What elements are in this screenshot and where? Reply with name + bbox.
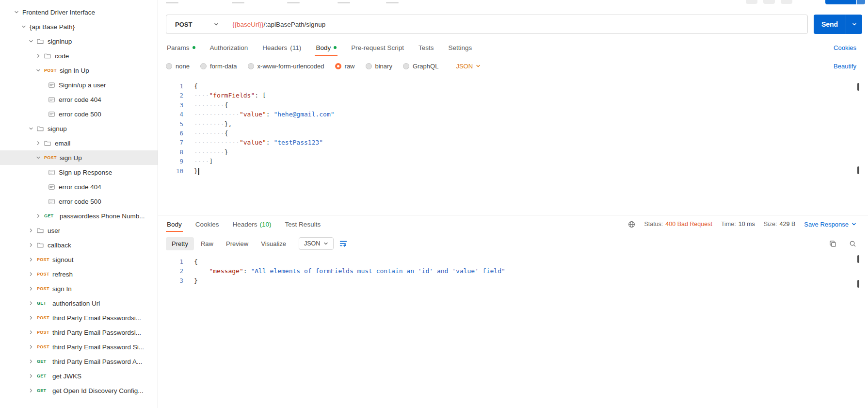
chevron-right-icon[interactable]	[27, 256, 35, 263]
sidebar-item-user[interactable]: user	[0, 223, 158, 238]
body-type-none[interactable]: none	[166, 63, 190, 70]
sidebar-item-error-code-404[interactable]: error code 404	[0, 180, 158, 194]
radio-icon[interactable]	[248, 63, 254, 69]
request-editor-scrollbar-thumb[interactable]	[857, 83, 859, 91]
chevron-down-icon[interactable]	[34, 66, 42, 74]
radio-icon[interactable]	[200, 63, 207, 69]
sidebar-item-third-party-email-password-a[interactable]: GETthird Party Email Password A...	[0, 354, 158, 369]
response-scrollbar-thumb[interactable]	[857, 255, 859, 263]
sidebar-item-error-code-500[interactable]: error code 500	[0, 107, 158, 121]
search-icon[interactable]	[849, 240, 856, 247]
sidebar-item-sign-in-up[interactable]: POSTsign In Up	[0, 63, 158, 78]
sidebar-item-get-open-id-discovery-config[interactable]: GETget Open Id Discovery Config...	[0, 383, 158, 398]
body-type-binary[interactable]: binary	[366, 63, 392, 70]
request-body-editor[interactable]: 1{2····"formFields": [3········{4·······…	[164, 77, 862, 215]
radio-icon[interactable]	[166, 63, 172, 69]
sidebar-item-signup[interactable]: signup	[0, 121, 158, 136]
chevron-right-icon[interactable]	[34, 139, 42, 147]
sidebar-item-api-base-path[interactable]: {api Base Path}	[0, 19, 158, 34]
clipped-toolbar-button[interactable]	[746, 0, 757, 4]
body-type-graphql[interactable]: GraphQL	[403, 63, 438, 70]
chevron-right-icon[interactable]	[27, 270, 35, 278]
chevron-right-icon[interactable]	[34, 212, 42, 220]
chevron-right-icon[interactable]	[27, 314, 35, 322]
sidebar-item-sign-up-response[interactable]: Sign up Response	[0, 165, 158, 180]
clipped-toolbar-button[interactable]	[763, 0, 775, 4]
sidebar-item-sign-up[interactable]: POSTsign Up	[0, 150, 158, 165]
wrap-lines-icon[interactable]	[339, 240, 347, 247]
sidebar-item-authorisation-url[interactable]: GETauthorisation Url	[0, 296, 158, 310]
sidebar-item-third-party-email-password-si[interactable]: POSTthird Party Email Password Si...	[0, 340, 158, 354]
send-options-button[interactable]	[846, 15, 862, 34]
method-badge: GET	[37, 301, 52, 306]
sidebar-item-error-code-404[interactable]: error code 404	[0, 92, 158, 107]
beautify-link[interactable]: Beautify	[834, 63, 856, 70]
body-type-form-data[interactable]: form-data	[200, 63, 237, 70]
sidebar-item-passwordless-phone-numb[interactable]: GETpasswordless Phone Numb...	[0, 209, 158, 223]
chevron-right-icon[interactable]	[27, 285, 35, 293]
response-language-select[interactable]: JSON	[299, 237, 334, 250]
request-tab-settings[interactable]: Settings	[447, 40, 473, 56]
method-select[interactable]: POST	[166, 21, 225, 28]
request-tab-tests[interactable]: Tests	[418, 40, 435, 56]
chevron-right-icon[interactable]	[27, 343, 35, 351]
radio-icon[interactable]	[403, 63, 409, 69]
radio-icon[interactable]	[366, 63, 372, 69]
sidebar-item-email[interactable]: email	[0, 136, 158, 150]
sidebar-item-get-jwks[interactable]: GETget JWKS	[0, 369, 158, 383]
copy-icon[interactable]	[829, 240, 836, 247]
request-editor-scroll-mark[interactable]	[857, 166, 859, 174]
sidebar-item-frontend-driver-interface[interactable]: Frontend Driver Interface	[0, 5, 158, 19]
response-view-visualize[interactable]: Visualize	[255, 237, 292, 250]
response-tab-headers[interactable]: Headers(10)	[232, 217, 273, 232]
response-scroll-mark[interactable]	[857, 280, 859, 288]
request-tab-pre-request-script[interactable]: Pre-request Script	[350, 40, 405, 56]
send-button[interactable]: Send	[814, 15, 846, 34]
cookies-link[interactable]: Cookies	[834, 44, 856, 51]
chevron-down-icon[interactable]	[34, 154, 42, 162]
response-tab-test-results[interactable]: Test Results	[284, 217, 322, 232]
clipped-primary-button-caret[interactable]	[857, 0, 865, 4]
sidebar-item-sign-in[interactable]: POSTsign In	[0, 281, 158, 296]
network-globe-icon[interactable]	[628, 221, 635, 228]
chevron-down-icon[interactable]	[27, 125, 35, 132]
response-body-viewer[interactable]: 1{2 "message": "All elements of formFiel…	[164, 254, 862, 408]
url-input[interactable]: {{baseUrl}}/:apiBasePath/signup	[225, 21, 325, 28]
clipped-toolbar-button[interactable]	[781, 0, 792, 4]
chevron-right-icon[interactable]	[27, 372, 35, 380]
chevron-right-icon[interactable]	[27, 227, 35, 234]
chevron-right-icon[interactable]	[27, 299, 35, 307]
sidebar-item-signin-up-a-user[interactable]: Signin/up a user	[0, 78, 158, 92]
sidebar-item-error-code-500[interactable]: error code 500	[0, 194, 158, 209]
request-tab-authorization[interactable]: Authorization	[209, 40, 249, 56]
chevron-down-icon[interactable]	[27, 37, 35, 45]
radio-icon[interactable]	[335, 63, 341, 69]
body-language-select[interactable]: JSON	[456, 63, 481, 70]
chevron-right-icon[interactable]	[34, 52, 42, 60]
sidebar-item-signinup[interactable]: signinup	[0, 34, 158, 49]
sidebar-item-callback[interactable]: callback	[0, 238, 158, 252]
sidebar-item-refresh[interactable]: POSTrefresh	[0, 267, 158, 281]
response-view-raw[interactable]: Raw	[195, 237, 219, 250]
request-tab-params[interactable]: Params	[166, 40, 196, 56]
chevron-down-icon[interactable]	[13, 8, 20, 16]
response-tab-cookies[interactable]: Cookies	[194, 217, 220, 232]
request-tab-body[interactable]: Body	[315, 40, 338, 56]
request-tab-headers[interactable]: Headers(11)	[261, 40, 302, 56]
body-type-raw[interactable]: raw	[335, 63, 355, 70]
sidebar-item-third-party-email-passwordsi[interactable]: POSTthird Party Email Passwordsi...	[0, 325, 158, 340]
sidebar-item-code[interactable]: code	[0, 49, 158, 63]
chevron-down-icon[interactable]	[20, 23, 28, 31]
clipped-primary-button[interactable]	[825, 0, 856, 4]
chevron-right-icon[interactable]	[27, 358, 35, 365]
response-view-pretty[interactable]: Pretty	[166, 237, 194, 250]
chevron-right-icon[interactable]	[27, 387, 35, 394]
response-tab-body[interactable]: Body	[166, 217, 183, 232]
chevron-right-icon[interactable]	[27, 241, 35, 249]
response-view-preview[interactable]: Preview	[220, 237, 254, 250]
body-type-x-www-form-urlencoded[interactable]: x-www-form-urlencoded	[248, 63, 324, 70]
sidebar-item-signout[interactable]: POSTsignout	[0, 252, 158, 267]
chevron-right-icon[interactable]	[27, 328, 35, 336]
save-response-button[interactable]: Save Response	[804, 221, 856, 228]
sidebar-item-third-party-email-passwordsi[interactable]: POSTthird Party Email Passwordsi...	[0, 310, 158, 325]
